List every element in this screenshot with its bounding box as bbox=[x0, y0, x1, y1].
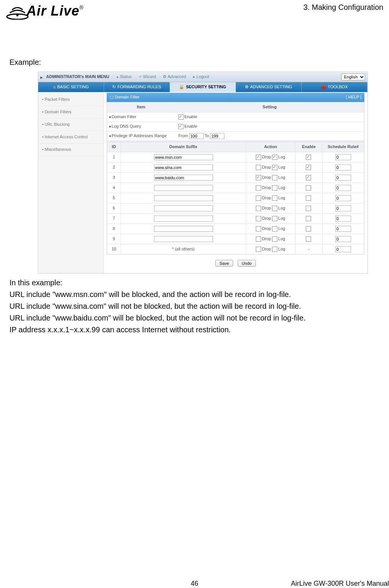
cell-suffix bbox=[121, 224, 246, 234]
tab-basic-setting[interactable]: ⌂BASIC SETTING bbox=[38, 82, 104, 92]
to-input[interactable] bbox=[210, 133, 224, 139]
schedule-rule-input[interactable] bbox=[335, 246, 351, 252]
enable-checkbox[interactable] bbox=[306, 216, 311, 221]
tab-advanced-setting[interactable]: ⚙ADVANCED SETTING bbox=[236, 82, 302, 92]
tab-toolbox[interactable]: 🧰TOOLBOX bbox=[302, 82, 367, 92]
suffix-input[interactable] bbox=[154, 175, 213, 181]
body-line-3: URL include "www.baidu.com" will be bloc… bbox=[9, 313, 380, 324]
enable-checkbox[interactable] bbox=[306, 236, 311, 242]
log-checkbox[interactable] bbox=[272, 226, 277, 231]
panel-title: Domain Filter bbox=[115, 95, 139, 99]
log-checkbox[interactable] bbox=[272, 216, 277, 221]
drop-checkbox[interactable] bbox=[256, 247, 261, 252]
suffix-input[interactable] bbox=[154, 154, 213, 160]
row-privilege-ip-label: ▸ Privilege IP Addresses Range bbox=[107, 131, 176, 141]
schedule-rule-input[interactable] bbox=[335, 205, 351, 211]
advanced-link[interactable]: ⚙ Advanced bbox=[163, 74, 186, 80]
cell-suffix bbox=[121, 203, 246, 213]
log-checkbox[interactable] bbox=[272, 247, 277, 252]
drop-checkbox[interactable] bbox=[256, 195, 261, 201]
sidebar: • Packet Filters • Domain Filters • URL … bbox=[38, 92, 104, 273]
sidebar-item-packet-filters[interactable]: • Packet Filters bbox=[38, 94, 103, 106]
enable-checkbox[interactable] bbox=[306, 175, 311, 180]
from-input[interactable] bbox=[189, 133, 204, 139]
drop-checkbox[interactable] bbox=[256, 226, 261, 231]
wizard-link[interactable]: ✧ Wizard bbox=[138, 74, 156, 80]
drop-label: Drop bbox=[262, 164, 271, 170]
log-checkbox[interactable] bbox=[272, 195, 277, 201]
schedule-rule-input[interactable] bbox=[335, 154, 351, 160]
help-link[interactable]: [ HELP ] bbox=[346, 94, 361, 100]
domain-filter-checkbox[interactable] bbox=[178, 114, 184, 120]
page-number: 46 bbox=[191, 580, 198, 588]
drop-checkbox[interactable] bbox=[256, 236, 261, 242]
enable-checkbox[interactable] bbox=[306, 185, 311, 191]
chapter-title: 3. Making Configuration bbox=[303, 3, 383, 12]
home-icon: ⌂ bbox=[53, 84, 56, 90]
log-label: Log bbox=[278, 205, 285, 211]
tool-icon: 🧰 bbox=[321, 84, 326, 90]
logout-link[interactable]: ▸ Logout bbox=[193, 74, 209, 80]
top-menu-bar: ▸ ADMINISTRATOR's MAIN MENU ⬥ Status ✧ W… bbox=[38, 72, 367, 82]
drop-checkbox[interactable] bbox=[256, 216, 261, 221]
log-checkbox[interactable] bbox=[272, 175, 277, 180]
suffix-input[interactable] bbox=[154, 205, 213, 211]
enable-checkbox[interactable] bbox=[306, 195, 311, 201]
suffix-input[interactable] bbox=[154, 195, 213, 201]
cell-id: 3 bbox=[107, 173, 121, 183]
schedule-rule-input[interactable] bbox=[335, 195, 351, 201]
schedule-rule-input[interactable] bbox=[335, 216, 351, 222]
logout-icon: ▸ bbox=[193, 74, 195, 80]
suffix-input[interactable] bbox=[154, 216, 213, 222]
log-checkbox[interactable] bbox=[272, 185, 277, 191]
log-dns-checkbox[interactable] bbox=[178, 124, 184, 129]
schedule-rule-input[interactable] bbox=[335, 226, 351, 232]
tabs-row: ⌂BASIC SETTING ↻FORWARDING RULES 🔒SECURI… bbox=[38, 82, 367, 92]
log-checkbox[interactable] bbox=[272, 206, 277, 211]
brand-text: Air Live bbox=[26, 3, 79, 19]
schedule-rule-input[interactable] bbox=[335, 164, 351, 170]
cell-id: 5 bbox=[107, 193, 121, 203]
suffix-input[interactable] bbox=[154, 185, 213, 191]
status-link[interactable]: ⬥ Status bbox=[116, 74, 132, 80]
schedule-rule-input[interactable] bbox=[335, 236, 351, 242]
cell-suffix bbox=[121, 214, 246, 224]
wizard-icon: ✧ bbox=[138, 74, 142, 80]
sidebar-item-domain-filters[interactable]: • Domain Filters bbox=[38, 106, 103, 119]
cell-id: 9 bbox=[107, 234, 121, 244]
sidebar-item-url-blocking[interactable]: • URL Blocking bbox=[38, 119, 103, 131]
main-panel: ▢ Domain Filter [ HELP ] Item Setting ▸ … bbox=[104, 92, 367, 273]
drop-label: Drop bbox=[262, 246, 271, 252]
schedule-rule-input[interactable] bbox=[335, 175, 351, 181]
schedule-rule-input[interactable] bbox=[335, 185, 351, 191]
suffix-input[interactable] bbox=[154, 164, 213, 170]
enable-checkbox[interactable] bbox=[306, 155, 311, 160]
cell-action: Drop Log bbox=[246, 163, 296, 172]
language-select[interactable]: English bbox=[341, 74, 365, 80]
drop-checkbox[interactable] bbox=[256, 165, 261, 170]
trademark-icon: ® bbox=[79, 5, 83, 11]
cell-enable bbox=[296, 214, 322, 224]
sidebar-item-internet-access[interactable]: • Internet Access Control bbox=[38, 131, 103, 144]
tab-security-setting[interactable]: 🔒SECURITY SETTING bbox=[170, 82, 236, 92]
sidebar-item-misc[interactable]: • Miscellaneous bbox=[38, 144, 103, 156]
drop-checkbox[interactable] bbox=[256, 175, 261, 180]
enable-checkbox[interactable] bbox=[306, 226, 311, 231]
log-checkbox[interactable] bbox=[272, 155, 277, 160]
log-checkbox[interactable] bbox=[272, 165, 277, 170]
drop-checkbox[interactable] bbox=[256, 206, 261, 211]
undo-button[interactable]: Undo bbox=[238, 260, 256, 267]
suffix-input[interactable] bbox=[154, 226, 213, 232]
enable-checkbox[interactable] bbox=[306, 206, 311, 211]
log-checkbox[interactable] bbox=[272, 236, 277, 242]
drop-checkbox[interactable] bbox=[256, 185, 261, 191]
enable-checkbox[interactable] bbox=[306, 165, 311, 170]
save-button[interactable]: Save bbox=[215, 260, 233, 267]
drop-checkbox[interactable] bbox=[256, 155, 261, 160]
config-screenshot: ▸ ADMINISTRATOR's MAIN MENU ⬥ Status ✧ W… bbox=[38, 72, 368, 274]
log-label: Log bbox=[278, 185, 285, 191]
suffix-input[interactable] bbox=[154, 236, 213, 242]
tab-forwarding-rules[interactable]: ↻FORWARDING RULES bbox=[104, 82, 170, 92]
cell-action: Drop Log bbox=[246, 203, 296, 213]
admin-menu-label: ▸ ADMINISTRATOR's MAIN MENU bbox=[40, 74, 109, 80]
